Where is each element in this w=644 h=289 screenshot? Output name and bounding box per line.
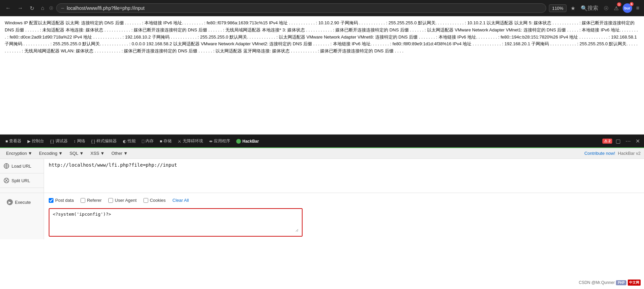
forward-button[interactable]: → xyxy=(16,4,25,13)
devtools-storage-btn[interactable]: ■ 存储 xyxy=(157,137,174,145)
url-input-area: ◢ xyxy=(44,159,644,193)
devtools-network-btn[interactable]: ↕ 网络 xyxy=(71,137,88,145)
hackbar-side-buttons: Load URL Split URL xyxy=(0,159,44,193)
debugger-icon: { } xyxy=(50,139,54,144)
user-agent-label: User Agent xyxy=(115,198,136,203)
other-menu-btn[interactable]: Other ▼ xyxy=(109,149,130,157)
execute-icon: ▶ xyxy=(7,199,13,205)
php-badge: PHP xyxy=(616,280,626,285)
user-avatar[interactable]: bur 6 xyxy=(623,3,632,13)
encryption-label: Encryption xyxy=(6,151,27,156)
application-icon: ⇼ xyxy=(209,139,213,144)
devtools-accessibility-btn[interactable]: ⚔ 无障碍环境 xyxy=(175,137,206,145)
shield-icon: ☉ xyxy=(49,5,53,11)
hackbar-dot-icon xyxy=(236,139,241,144)
xss-label: XSS xyxy=(90,151,99,156)
search-icon: 🔍 xyxy=(581,5,587,11)
encoding-chevron-icon: ▼ xyxy=(59,151,63,156)
sql-label: SQL xyxy=(69,151,78,156)
encoding-menu-btn[interactable]: Encoding ▼ xyxy=(36,149,65,157)
devtools-performance-btn[interactable]: ◐ 性能 xyxy=(120,137,138,145)
locale-badge: 中文网 xyxy=(628,280,641,286)
sql-chevron-icon: ▼ xyxy=(79,151,84,156)
shield-button[interactable]: ☉ xyxy=(602,4,610,13)
hackbar-execute-col: ▶ Execute xyxy=(0,193,44,239)
devtools-close-btn[interactable]: ✕ xyxy=(634,137,641,146)
hackbar-version: HackBar v2 xyxy=(618,151,641,156)
other-chevron-icon: ▼ xyxy=(124,151,128,156)
devtools-more-btn[interactable]: ⋯ xyxy=(624,137,632,146)
storage-icon: ■ xyxy=(160,139,162,144)
referer-label: Referer xyxy=(87,198,102,203)
inspector-icon: ■ xyxy=(5,139,8,144)
referer-checkbox-label[interactable]: Referer xyxy=(81,198,102,203)
load-url-label: Load URL xyxy=(12,164,31,169)
lock-icon: ─ xyxy=(61,6,64,10)
devtools-memory-btn[interactable]: ⎕ 内存 xyxy=(139,137,156,145)
browser-chrome: ← → ↻ ⌂ ☉ ─ localhost/www/lfi.php?file=p… xyxy=(0,0,644,16)
avatar-label: bur xyxy=(624,6,630,10)
url-input[interactable] xyxy=(44,159,644,193)
back-button[interactable]: ← xyxy=(3,4,13,13)
devtools-right-area: ⚠ 2 ▢ ⋯ ✕ xyxy=(602,137,641,146)
accessibility-icon: ⚔ xyxy=(178,139,181,144)
xss-chevron-icon: ▼ xyxy=(100,151,105,156)
user-agent-checkbox-label[interactable]: User Agent xyxy=(108,198,136,203)
cookies-checkbox-label[interactable]: Cookies xyxy=(143,198,166,203)
post-data-checkbox-label[interactable]: Post data xyxy=(49,198,74,203)
clear-all-button[interactable]: Clear All xyxy=(173,198,189,203)
hackbar-url-area: Load URL Split URL ◢ xyxy=(0,159,644,193)
search-label: 搜索 xyxy=(587,5,598,12)
cookies-label: Cookies xyxy=(150,198,166,203)
reload-button[interactable]: ↻ xyxy=(28,4,36,13)
devtools-application-btn[interactable]: ⇼ 应用程序 xyxy=(206,137,233,145)
devtools-resize-btn[interactable]: ▢ xyxy=(614,137,622,146)
hackbar-panel: Encryption ▼ Encoding ▼ SQL ▼ XSS ▼ Othe… xyxy=(0,147,644,239)
notifications-button[interactable]: ⚠ 1 xyxy=(613,4,620,13)
split-url-label: Split URL xyxy=(12,178,30,183)
address-bar[interactable]: ─ localhost/www/lfi.php?file=php://input xyxy=(56,3,547,13)
encryption-menu-btn[interactable]: Encryption ▼ xyxy=(3,149,35,157)
other-label: Other xyxy=(111,151,123,156)
network-icon: ↕ xyxy=(74,139,76,144)
split-url-icon xyxy=(3,177,9,184)
page-text: Windows IP 配置以太网适配器 以太网: 连接特定的 DNS 后缀 . … xyxy=(5,20,639,55)
contribute-link[interactable]: Contribute now! xyxy=(584,151,615,156)
load-url-button[interactable]: Load URL xyxy=(0,159,44,173)
hackbar-execute-area: ▶ Execute Post data Referer User Agent xyxy=(0,193,644,239)
devtools-hackbar-btn[interactable]: HackBar xyxy=(234,138,262,145)
cookies-checkbox[interactable] xyxy=(143,198,148,203)
encryption-chevron-icon: ▼ xyxy=(28,151,32,156)
split-url-button[interactable]: Split URL xyxy=(0,173,44,188)
watermark: CSDN @Mr.Qunner PHP 中文网 xyxy=(579,280,641,286)
home-button[interactable]: ⌂ xyxy=(39,4,46,13)
referer-checkbox[interactable] xyxy=(81,198,85,203)
performance-icon: ◐ xyxy=(123,139,126,144)
devtools-debugger-btn[interactable]: { } 调试器 xyxy=(47,137,70,145)
avatar-badge: 6 xyxy=(630,2,634,6)
xss-menu-btn[interactable]: XSS ▼ xyxy=(88,149,107,157)
execute-label: Execute xyxy=(15,200,31,205)
search-button[interactable]: 🔍 搜索 xyxy=(579,3,600,13)
menu-button[interactable]: ≡ xyxy=(635,4,641,13)
page-content: Windows IP 配置以太网适配器 以太网: 连接特定的 DNS 后缀 . … xyxy=(0,16,644,135)
devtools-bar: ■ 查看器 ▶ 控制台 { } 调试器 ↕ 网络 { } 样式编辑器 ◐ 性能 … xyxy=(0,135,644,147)
post-data-checkbox[interactable] xyxy=(49,198,53,203)
hackbar-params-area: Post data Referer User Agent Cookies Cle… xyxy=(44,193,644,239)
devtools-style-btn[interactable]: { } 样式编辑器 xyxy=(89,137,119,145)
load-url-icon xyxy=(3,163,9,169)
zoom-level[interactable]: 110% xyxy=(549,4,566,12)
devtools-inspector-btn[interactable]: ■ 查看器 xyxy=(3,137,24,145)
sql-menu-btn[interactable]: SQL ▼ xyxy=(67,149,86,157)
hackbar-checkboxes: Post data Referer User Agent Cookies Cle… xyxy=(49,196,639,205)
memory-icon: ⎕ xyxy=(142,139,144,144)
error-badge: ⚠ 2 xyxy=(602,139,612,144)
execute-button[interactable]: ▶ Execute xyxy=(3,196,34,208)
notification-badge: 1 xyxy=(617,2,621,6)
user-agent-checkbox[interactable] xyxy=(108,198,113,203)
devtools-console-btn[interactable]: ▶ 控制台 xyxy=(25,137,47,145)
post-data-container xyxy=(49,208,303,237)
post-data-input[interactable] xyxy=(53,212,298,232)
browser-url: localhost/www/lfi.php?file=php://input xyxy=(67,5,145,11)
bookmark-button[interactable]: ★ xyxy=(569,4,577,13)
